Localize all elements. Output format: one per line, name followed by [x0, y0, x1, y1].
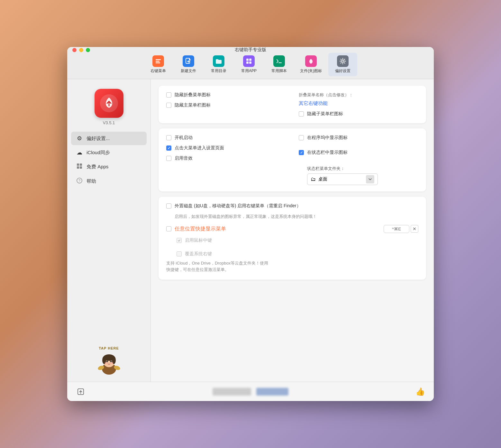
hide-settings-left: 隐藏折叠菜单图标 隐藏主菜单栏图标 — [166, 92, 292, 117]
app-window: 右键助手专业版 右键菜单新建文件常用目录常用APP常用脚本文件(夹)图标偏好设置… — [67, 47, 434, 401]
toolbar-item-right-menu[interactable]: 右键菜单 — [144, 53, 173, 76]
toolbar-item-preferences-label: 偏好设置 — [335, 68, 351, 74]
blurred-info-2 — [256, 388, 288, 396]
toolbar-item-file-icon-label: 文件(夹)图标 — [300, 68, 322, 74]
toolbar-item-common-script-label: 常用脚本 — [271, 68, 287, 74]
toolbar-item-common-dir-label: 常用目录 — [211, 68, 226, 74]
minimize-button[interactable] — [79, 48, 83, 52]
external-drives-note: 启用后，如发现外置磁盘的图标异常，属正常现象，这是系统本身的问题哦！ — [166, 213, 418, 220]
svg-point-23 — [105, 362, 107, 364]
click-menu-label: 点击大菜单进入设置页面 — [175, 145, 224, 151]
hide-submenu-icon-row: 隐藏子菜单栏图标 — [299, 111, 418, 117]
folder-value: 桌面 — [318, 176, 327, 182]
toolbar-item-common-dir[interactable]: 常用目录 — [204, 53, 233, 76]
card-hide-settings: 隐藏折叠菜单图标 隐藏主菜单栏图标 折叠菜单名称（点击修改）： 其它右键功能 — [159, 86, 426, 123]
sidebar-item-help-label: 帮助 — [87, 178, 96, 184]
override-right-click-row: 覆盖系统右键 — [177, 251, 418, 257]
sidebar-item-icloud-label: iCloud同步 — [87, 150, 110, 156]
sub-options: 启用鼠标中键 覆盖系统右键 — [166, 238, 418, 257]
card-startup-settings: 开机启动 点击大菜单进入设置页面 启用音效 — [159, 128, 426, 191]
sidebar-nav: ⚙ 偏好设置... ☁ iCloud同步 免费 Apps ? — [71, 132, 147, 188]
show-dock-row: 在程序坞中显示图标 — [299, 135, 418, 141]
startup-settings-left: 开机启动 点击大菜单进入设置页面 启用音效 — [166, 135, 292, 185]
override-right-click-checkbox[interactable] — [177, 251, 182, 257]
gear-icon: ⚙ — [76, 135, 83, 142]
toolbar-item-common-app-label: 常用APP — [241, 68, 257, 74]
window-title: 右键助手专业版 — [235, 47, 266, 53]
external-drives-label: 外置磁盘 (如U盘，移动硬盘等) 启用右键菜单（需重启 Finder） — [175, 203, 301, 209]
sidebar-item-free-apps[interactable]: 免费 Apps — [71, 160, 147, 174]
startup-settings-right: 在程序坞中显示图标 在状态栏中显示图标 状态栏菜单文件夹： 🗂 桌面 — [292, 135, 418, 185]
startup-row: 开机启动 — [166, 135, 292, 141]
mouse-middle-row: 启用鼠标中键 — [177, 238, 418, 243]
hide-settings-right: 折叠菜单名称（点击修改）： 其它右键功能 隐藏子菜单栏图标 — [292, 92, 418, 117]
select-arrow-icon — [366, 175, 374, 183]
card-external-quick: 外置磁盘 (如U盘，移动硬盘等) 启用右键菜单（需重启 Finder） 启用后，… — [159, 197, 426, 280]
sound-row: 启用音效 — [166, 155, 292, 161]
toolbar-item-common-app[interactable]: 常用APP — [234, 53, 263, 76]
external-drives-checkbox[interactable] — [166, 203, 171, 209]
click-menu-checkbox[interactable] — [166, 145, 171, 151]
app-icon — [95, 89, 123, 118]
mouse-middle-label: 启用鼠标中键 — [185, 238, 212, 243]
tap-here-label: TAP HERE — [99, 346, 119, 350]
common-script-icon — [273, 55, 285, 67]
startup-settings-grid: 开机启动 点击大菜单进入设置页面 启用音效 — [166, 135, 418, 185]
fold-name-link[interactable]: 其它右键功能 — [299, 100, 418, 107]
tap-here-decoration[interactable]: TAP HERE — [91, 346, 127, 375]
close-button[interactable] — [72, 48, 77, 52]
sound-checkbox[interactable] — [166, 156, 171, 161]
toolbar-item-common-script[interactable]: 常用脚本 — [265, 53, 294, 76]
show-statusbar-checkbox[interactable] — [299, 150, 304, 155]
svg-rect-1 — [156, 61, 159, 62]
common-dir-icon — [213, 55, 224, 67]
sidebar-item-help[interactable]: ? 帮助 — [71, 174, 147, 188]
toolbar-item-file-icon[interactable]: 文件(夹)图标 — [295, 53, 327, 76]
override-right-click-label: 覆盖系统右键 — [185, 251, 212, 257]
new-file-icon — [183, 55, 194, 67]
svg-rect-12 — [77, 166, 79, 169]
like-button[interactable]: 👍 — [414, 386, 426, 397]
maximize-button[interactable] — [86, 48, 90, 52]
statusbar-folder-select[interactable]: 🗂 桌面 — [307, 173, 378, 185]
help-icon: ? — [76, 178, 83, 185]
support-text: 支持 iCloud，One Drive，Dropbox等云盘文件夹！使用 快捷键… — [166, 260, 418, 274]
svg-point-8 — [342, 60, 344, 62]
hide-fold-icon-row: 隐藏折叠菜单图标 — [166, 92, 292, 98]
shortcut-input[interactable]: ^⌘E — [384, 225, 409, 233]
support-text-line2: 快捷键，可在任意位置激活菜单。 — [166, 267, 229, 272]
show-dock-checkbox[interactable] — [299, 135, 304, 140]
toolbar-item-right-menu-label: 右键菜单 — [150, 68, 166, 74]
toolbar-item-new-file[interactable]: 新建文件 — [174, 53, 203, 76]
startup-checkbox[interactable] — [166, 135, 171, 140]
svg-rect-7 — [249, 61, 251, 64]
sidebar-item-preferences[interactable]: ⚙ 偏好设置... — [71, 132, 147, 145]
sidebar-item-icloud[interactable]: ☁ iCloud同步 — [71, 146, 147, 159]
bottom-bar: 👍 — [67, 382, 434, 401]
folder-icon: 🗂 — [311, 176, 316, 182]
hide-settings-grid: 隐藏折叠菜单图标 隐藏主菜单栏图标 折叠菜单名称（点击修改）： 其它右键功能 — [166, 92, 418, 117]
window-controls — [72, 48, 90, 52]
hide-main-icon-checkbox[interactable] — [166, 103, 171, 108]
svg-rect-4 — [246, 59, 249, 61]
mouse-middle-checkbox[interactable] — [177, 238, 182, 243]
bottom-center — [90, 388, 411, 396]
quick-menu-row: 任意位置快捷显示菜单 ^⌘E ✕ — [166, 225, 418, 233]
content-area: 隐藏折叠菜单图标 隐藏主菜单栏图标 折叠菜单名称（点击修改）： 其它右键功能 — [151, 79, 434, 382]
sidebar-item-preferences-label: 偏好设置... — [87, 135, 110, 142]
shortcut-clear-button[interactable]: ✕ — [411, 225, 418, 233]
quick-menu-label: 任意位置快捷显示菜单 — [175, 226, 226, 232]
hide-main-icon-row: 隐藏主菜单栏图标 — [166, 102, 292, 108]
hide-fold-icon-checkbox[interactable] — [166, 92, 171, 98]
hide-submenu-icon-checkbox[interactable] — [299, 111, 304, 117]
svg-point-22 — [110, 361, 112, 362]
svg-point-21 — [106, 361, 108, 362]
fold-name-section: 折叠菜单名称（点击修改）： 其它右键功能 — [299, 92, 418, 107]
quick-menu-checkbox[interactable] — [166, 226, 171, 231]
toolbar-item-preferences[interactable]: 偏好设置 — [328, 53, 357, 76]
file-icon-icon — [305, 55, 317, 67]
export-button[interactable] — [75, 386, 87, 397]
sidebar-item-free-apps-label: 免费 Apps — [87, 164, 108, 170]
blurred-info-1 — [213, 388, 251, 396]
export-icon — [77, 388, 84, 395]
